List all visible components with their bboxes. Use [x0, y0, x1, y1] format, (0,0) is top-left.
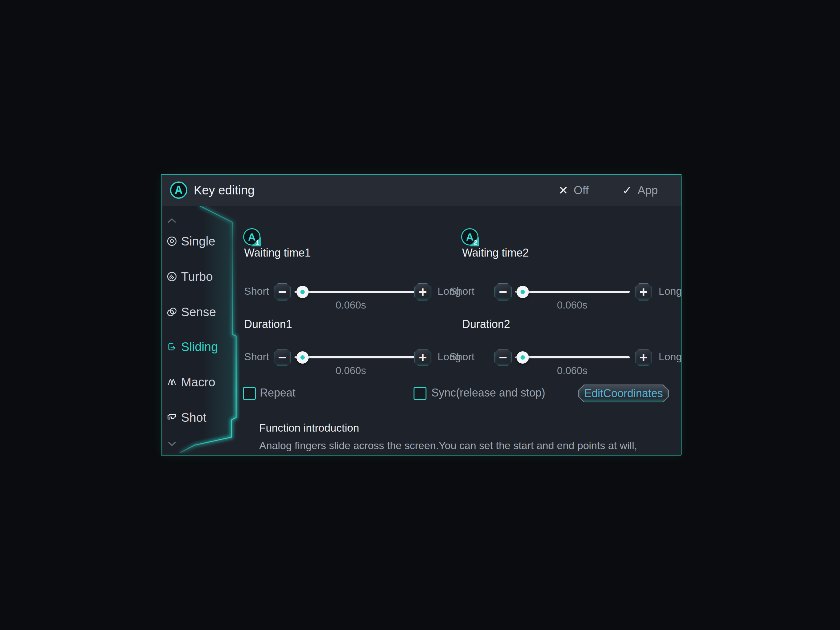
duration2-plus-button[interactable]: +: [635, 349, 652, 366]
short-label: Short: [244, 285, 269, 297]
titlebar-divider: [610, 184, 610, 197]
function-introduction-description: Analog fingers slide across the screen.Y…: [259, 440, 637, 451]
waiting-time2-value: 0.060s: [526, 299, 618, 311]
duration2-value: 0.060s: [526, 365, 618, 377]
duration2-slider-thumb[interactable]: [516, 351, 529, 364]
waiting-time2-plus-button[interactable]: +: [635, 283, 652, 301]
short-label: Short: [244, 351, 269, 362]
sidebar-scroll-up-chevron-icon[interactable]: [167, 217, 177, 224]
app-logo-icon: A: [170, 182, 187, 199]
waiting-time2-minus-button[interactable]: −: [494, 283, 512, 301]
duration1-minus-button[interactable]: −: [274, 349, 291, 366]
duration2-slider-track[interactable]: [515, 356, 630, 358]
target-icon: [166, 235, 178, 247]
sense-icon: [166, 306, 178, 318]
close-x-icon: ✕: [558, 184, 568, 197]
title-bar: A Key editing ✕ Off ✓ App: [162, 175, 681, 206]
waiting-time2-slider-track[interactable]: [515, 291, 630, 293]
duration1-slider-thumb[interactable]: [297, 351, 309, 364]
duration1-plus-button[interactable]: +: [414, 349, 431, 366]
sidebar-item-label: Shot: [181, 411, 206, 424]
duration1-slider-track[interactable]: [295, 356, 416, 358]
duration2-minus-button[interactable]: −: [494, 349, 512, 366]
sync-checkbox-label: Sync(release and stop): [431, 386, 545, 399]
short-label: Short: [450, 285, 474, 297]
key-badge-number: 1: [256, 239, 259, 246]
short-label: Short: [450, 351, 474, 362]
sidebar-item-single[interactable]: Single: [163, 233, 237, 250]
sidebar-item-label: Macro: [181, 375, 215, 389]
turbo-icon: [166, 271, 178, 282]
duration2-title: Duration2: [462, 318, 510, 331]
waiting-time1-slider-track[interactable]: [295, 291, 416, 293]
edit-coordinates-label: EditCoordinates: [579, 385, 668, 402]
off-button-label: Off: [574, 184, 589, 197]
shot-icon: [166, 412, 178, 423]
sidebar-item-macro[interactable]: Macro: [163, 374, 237, 391]
sidebar: Single Turbo Sense Sliding: [163, 206, 240, 453]
sliding-icon: [166, 341, 178, 353]
waiting-time1-title: Waiting time1: [244, 246, 311, 259]
duration1-value: 0.060s: [305, 365, 397, 377]
sidebar-item-label: Turbo: [181, 270, 213, 283]
long-label: Long: [658, 351, 682, 362]
sidebar-item-sense[interactable]: Sense: [163, 303, 237, 321]
waiting-time2-slider-thumb[interactable]: [516, 286, 529, 298]
sidebar-item-label: Single: [181, 234, 215, 248]
apply-button-label: App: [638, 184, 658, 197]
waiting-time1-value: 0.060s: [305, 299, 397, 311]
duration1-title: Duration1: [244, 318, 292, 331]
key-a2-badge-icon: A 2: [461, 228, 478, 245]
dialog-title: Key editing: [194, 184, 254, 197]
function-introduction-title: Function introduction: [259, 422, 359, 434]
sidebar-item-shot[interactable]: Shot: [163, 409, 237, 426]
long-label: Long: [658, 285, 682, 297]
waiting-time1-plus-button[interactable]: +: [414, 283, 431, 301]
sidebar-item-label: Sense: [181, 305, 216, 319]
key-badge-number: 2: [474, 239, 477, 246]
sidebar-item-turbo[interactable]: Turbo: [163, 268, 237, 285]
checkmark-icon: ✓: [622, 184, 632, 197]
key-editing-dialog: A Key editing ✕ Off ✓ App: [161, 174, 682, 456]
sidebar-item-label: Sliding: [181, 340, 218, 354]
edit-coordinates-button[interactable]: EditCoordinates: [578, 385, 669, 402]
desktop-background: A Key editing ✕ Off ✓ App: [0, 0, 840, 630]
sidebar-scroll-down-chevron-icon[interactable]: [167, 440, 177, 448]
waiting-time2-title: Waiting time2: [462, 246, 529, 259]
repeat-checkbox[interactable]: [243, 387, 256, 400]
off-button[interactable]: ✕ Off: [558, 175, 589, 206]
waiting-time1-slider-thumb[interactable]: [297, 286, 309, 298]
sidebar-item-sliding[interactable]: Sliding: [163, 338, 237, 355]
waiting-time1-minus-button[interactable]: −: [274, 283, 291, 301]
macro-icon: [166, 376, 178, 388]
key-a1-badge-icon: A 1: [243, 228, 261, 245]
apply-button[interactable]: ✓ App: [622, 175, 658, 206]
footer-divider: [238, 414, 680, 414]
sync-checkbox[interactable]: [414, 387, 426, 400]
repeat-checkbox-label: Repeat: [260, 386, 295, 399]
